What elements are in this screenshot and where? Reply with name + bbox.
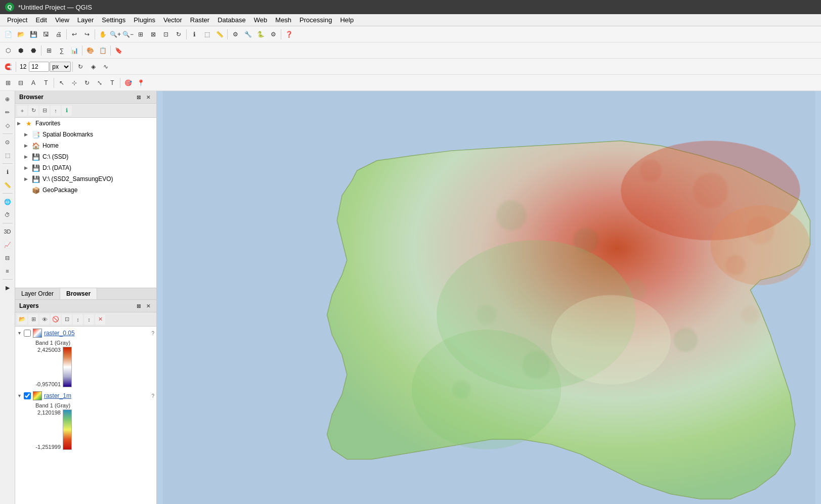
touch-zoom-btn[interactable]: ⊕ xyxy=(2,93,14,105)
zoom-extent-btn[interactable]: ⊞ xyxy=(135,28,147,40)
measure-btn[interactable]: 📏 xyxy=(213,28,226,40)
browser-undock-icon[interactable]: ⊠ xyxy=(135,93,143,101)
adv-text-btn[interactable]: T xyxy=(106,77,118,89)
undo-btn[interactable]: ↩ xyxy=(68,28,80,40)
rotate-btn[interactable]: ↻ xyxy=(74,61,87,73)
layers-hide-all-btn[interactable]: 🚫 xyxy=(51,314,61,325)
measure-line-btn[interactable]: 📏 xyxy=(2,179,14,191)
node-edit-btn[interactable]: ◇ xyxy=(2,119,14,131)
adv-scale-btn[interactable]: ⤡ xyxy=(94,77,106,89)
layer-styling-btn[interactable]: 🎨 xyxy=(84,44,96,57)
zoom-selection-btn[interactable]: ⊡ xyxy=(160,28,172,40)
font-size-input[interactable] xyxy=(29,62,49,72)
layers-close-icon[interactable]: ✕ xyxy=(144,302,152,310)
field-calculator-btn[interactable]: ∑ xyxy=(56,44,68,57)
layers-undock-icon[interactable]: ⊠ xyxy=(135,302,143,310)
menu-item-web[interactable]: Web xyxy=(250,15,272,25)
browser-info-btn[interactable]: ℹ xyxy=(62,106,72,116)
pin-btn[interactable]: 📍 xyxy=(135,77,147,89)
crs-btn[interactable]: 🌐 xyxy=(2,196,14,208)
menu-item-settings[interactable]: Settings xyxy=(98,15,129,25)
menu-item-raster[interactable]: Raster xyxy=(186,15,213,25)
target-btn[interactable]: 🎯 xyxy=(122,77,134,89)
attribute-table-btn[interactable]: ⊞ xyxy=(43,44,55,57)
map-canvas[interactable] xyxy=(157,91,821,504)
spatial-bookmark-btn[interactable]: 🔖 xyxy=(112,44,124,57)
snap-toggle-btn[interactable]: 🧲 xyxy=(2,61,14,73)
browser-filter-btn[interactable]: ⊟ xyxy=(39,106,50,116)
menu-item-project[interactable]: Project xyxy=(3,15,31,25)
browser-geopackage[interactable]: 📦 GeoPackage xyxy=(15,185,156,196)
digitize-btn[interactable]: ✏ xyxy=(2,106,14,118)
elevation-profile-btn[interactable]: 📈 xyxy=(2,239,14,251)
layer-raster-1m[interactable]: ▼ raster_1m ? Band 1 (Gray) 2,120198 -1,… xyxy=(15,389,156,452)
processing-btn[interactable]: ⚙ xyxy=(267,28,279,40)
tab-layer-order[interactable]: Layer Order xyxy=(15,288,60,299)
layer-raster-1m-checkbox[interactable] xyxy=(24,392,31,399)
select-rect-btn[interactable]: ⬚ xyxy=(2,149,14,161)
layers-remove-btn[interactable]: ✕ xyxy=(95,314,105,325)
menu-item-plugins[interactable]: Plugins xyxy=(129,15,159,25)
browser-spatial-bookmarks[interactable]: ▶ 📑 Spatial Bookmarks xyxy=(15,129,156,140)
python-btn[interactable]: 🐍 xyxy=(254,28,267,40)
layers-add-group-btn[interactable]: ⊞ xyxy=(28,314,38,325)
new-project-btn[interactable]: 📄 xyxy=(2,28,14,40)
3d-view-btn[interactable]: 3D xyxy=(2,225,14,238)
browser-add-btn[interactable]: + xyxy=(17,106,27,116)
layer-properties-btn[interactable]: 📋 xyxy=(97,44,109,57)
adv-rotate2-btn[interactable]: ↻ xyxy=(81,77,93,89)
layer-order-btn[interactable]: ⊟ xyxy=(2,252,14,264)
adv-btn1[interactable]: ⊞ xyxy=(2,77,14,89)
layer-raster-0-05-name[interactable]: raster_0.05 xyxy=(44,330,75,337)
settings-btn[interactable]: ⚙ xyxy=(229,28,241,40)
browser-refresh-btn[interactable]: ↻ xyxy=(28,106,38,116)
edit-node-btn[interactable]: ◈ xyxy=(87,61,99,73)
browser-home[interactable]: ▶ 🏠 Home xyxy=(15,140,156,151)
browser-d-drive[interactable]: ▶ 💾 D:\ (DATA) xyxy=(15,162,156,173)
print-btn[interactable]: 🖨 xyxy=(53,28,65,40)
layers-open-btn[interactable]: 📂 xyxy=(17,314,27,325)
menu-item-edit[interactable]: Edit xyxy=(31,15,51,25)
temporal-btn[interactable]: ⏱ xyxy=(2,209,14,221)
select-point-btn[interactable]: ⊙ xyxy=(2,136,14,148)
plugins-btn[interactable]: 🔧 xyxy=(242,28,254,40)
layer-raster-1m-help[interactable]: ? xyxy=(151,393,154,399)
browser-favorites[interactable]: ▶ ★ Favorites xyxy=(15,118,156,129)
tab-browser[interactable]: Browser xyxy=(60,288,97,299)
collapse-all-btn[interactable]: ▶ xyxy=(2,282,14,294)
menu-item-view[interactable]: View xyxy=(51,15,73,25)
layer-raster-0-05[interactable]: ▼ raster_0.05 ? Band 1 (Gray) 2,425003 -… xyxy=(15,327,156,389)
adv-btn3[interactable]: A xyxy=(27,77,39,89)
select-all-btn[interactable]: ⬡ xyxy=(2,44,14,57)
statistics-panel-btn[interactable]: ≡ xyxy=(2,265,14,277)
redo-btn[interactable]: ↪ xyxy=(81,28,93,40)
statistics-btn[interactable]: 📊 xyxy=(68,44,80,57)
layers-select-all-btn[interactable]: ⊡ xyxy=(62,314,72,325)
save-project-btn[interactable]: 💾 xyxy=(27,28,39,40)
identify-feature-btn[interactable]: ℹ xyxy=(2,166,14,178)
font-unit-select[interactable]: px pt mm xyxy=(50,62,71,72)
adv-btn4[interactable]: T xyxy=(40,77,52,89)
pan-btn[interactable]: ✋ xyxy=(97,28,109,40)
layer-raster-0-05-header[interactable]: ▼ raster_0.05 ? xyxy=(17,328,154,339)
browser-c-drive[interactable]: ▶ 💾 C:\ (SSD) xyxy=(15,151,156,162)
layers-show-all-btn[interactable]: 👁 xyxy=(39,314,50,325)
layer-raster-1m-header[interactable]: ▼ raster_1m ? xyxy=(17,390,154,401)
menu-item-layer[interactable]: Layer xyxy=(73,15,98,25)
browser-close-icon[interactable]: ✕ xyxy=(144,93,152,101)
browser-collapse-btn[interactable]: ↑ xyxy=(51,106,61,116)
deselect-btn[interactable]: ⬢ xyxy=(15,44,27,57)
adv-btn2[interactable]: ⊟ xyxy=(15,77,27,89)
select-feature-btn[interactable]: ⬚ xyxy=(201,28,213,40)
adv-move-btn[interactable]: ⊹ xyxy=(68,77,80,89)
identify-btn[interactable]: ℹ xyxy=(188,28,200,40)
invert-selection-btn[interactable]: ⬣ xyxy=(27,44,39,57)
menu-item-database[interactable]: Database xyxy=(213,15,250,25)
layer-raster-0-05-checkbox[interactable] xyxy=(24,330,31,337)
adv-select-btn[interactable]: ↖ xyxy=(56,77,68,89)
browser-v-drive[interactable]: ▶ 💾 V:\ (SSD2_SamsungEVO) xyxy=(15,173,156,185)
open-project-btn[interactable]: 📂 xyxy=(15,28,27,40)
menu-item-vector[interactable]: Vector xyxy=(159,15,186,25)
curve-btn[interactable]: ∿ xyxy=(100,61,112,73)
menu-item-mesh[interactable]: Mesh xyxy=(271,15,295,25)
